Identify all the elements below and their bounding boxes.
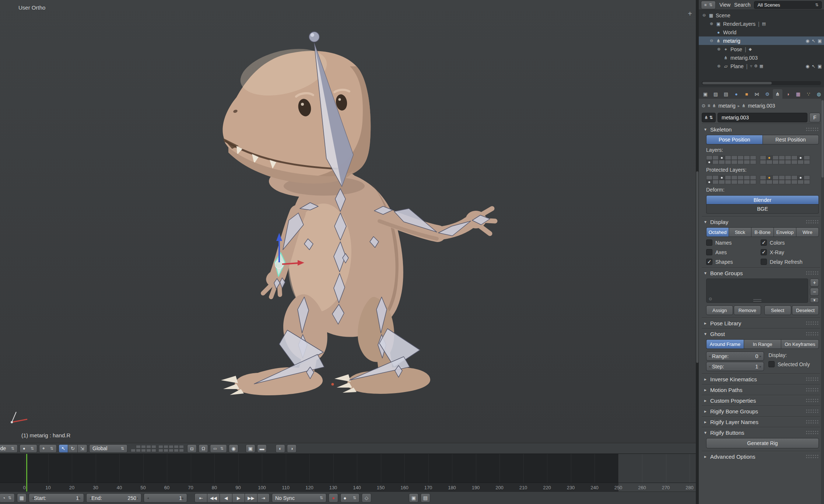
snap-target-button[interactable]: ◉: [229, 444, 238, 453]
pin-icon[interactable]: ⊙: [702, 103, 705, 108]
armature-layer-toggle[interactable]: [719, 175, 725, 180]
next-keyframe-button[interactable]: ▶▶: [245, 493, 257, 503]
panel-header[interactable]: ▼ Rigify Buttons: [702, 427, 820, 438]
panel-drag-grip[interactable]: [806, 398, 819, 403]
armature-layer-toggle[interactable]: [791, 180, 797, 184]
delay-refresh-checkbox[interactable]: Delay Refresh: [761, 259, 819, 265]
selected-only-checkbox[interactable]: Selected Only: [768, 361, 819, 367]
armature-layer-toggle[interactable]: [772, 155, 779, 160]
scene-layer-toggle[interactable]: [146, 449, 151, 452]
collapse-icon[interactable]: ⊖: [702, 13, 706, 18]
armature-layer-toggle[interactable]: [731, 160, 737, 164]
tab-modifiers[interactable]: ⚙: [762, 89, 772, 99]
checkbox[interactable]: [706, 259, 712, 265]
armature-layer-toggle[interactable]: [804, 180, 810, 184]
armature-layer-toggle[interactable]: [779, 160, 785, 164]
panel-header[interactable]: ▼ Skeleton: [702, 124, 820, 134]
breadcrumb-data[interactable]: metarig.003: [748, 103, 775, 109]
armature-layer-toggle[interactable]: [766, 175, 772, 180]
manipulator-translate-button[interactable]: ↖: [59, 444, 68, 453]
expand-icon[interactable]: ⊕: [709, 21, 714, 26]
collapse-triangle-icon[interactable]: ▼: [703, 127, 708, 132]
tab-material[interactable]: ◑: [783, 89, 793, 99]
manipulator-scale-button[interactable]: ⇲: [78, 444, 87, 453]
increment-arrow-icon[interactable]: ▸: [182, 496, 184, 500]
outliner-row-renderlayers[interactable]: ⊕ ▣ RenderLayers | ▤: [699, 20, 824, 28]
scene-layer-toggle[interactable]: [158, 445, 163, 448]
select-button[interactable]: Select: [764, 305, 791, 315]
armature-layer-toggle[interactable]: [760, 180, 766, 184]
armature-layer-toggle[interactable]: [750, 175, 756, 180]
panel-header[interactable]: ► Pose Library: [702, 318, 820, 328]
panel-header[interactable]: ► Custom Properties: [702, 395, 820, 406]
armature-layer-toggle[interactable]: [731, 155, 737, 160]
deselect-button[interactable]: Deselect: [792, 305, 819, 315]
tab-render-layers[interactable]: ▨: [711, 89, 720, 99]
tab-world[interactable]: ●: [732, 89, 741, 99]
remove-group-button[interactable]: −: [810, 288, 819, 296]
panel-drag-grip[interactable]: [806, 332, 819, 336]
timeline-editor[interactable]: 0102030405060708090100110120130140150160…: [0, 454, 696, 491]
armature-layer-toggle[interactable]: [750, 155, 756, 160]
visibility-eye-icon[interactable]: ◉: [806, 64, 809, 69]
end-frame-field[interactable]: ◂ End: 250 ▸: [86, 493, 141, 503]
armature-layer-toggle[interactable]: [779, 175, 785, 180]
names-checkbox[interactable]: Names: [706, 239, 759, 246]
selectability-arrow-icon[interactable]: ↖: [812, 64, 816, 69]
add-group-button[interactable]: +: [810, 279, 819, 287]
scrollbar-handle[interactable]: [702, 82, 772, 84]
scene-layer-toggle[interactable]: [169, 449, 173, 452]
drawtype-envelope-button[interactable]: Envelop: [774, 227, 796, 237]
armature-layer-toggle[interactable]: [719, 155, 725, 160]
filter-icon[interactable]: ⊙: [709, 297, 712, 301]
colors-checkbox[interactable]: Colors: [761, 239, 819, 246]
expand-triangle-icon[interactable]: ►: [703, 321, 708, 325]
armature-layer-toggle[interactable]: [766, 155, 772, 160]
panel-drag-grip[interactable]: [806, 454, 819, 459]
collapse-icon[interactable]: ⊖: [709, 38, 714, 43]
armature-layer-toggle[interactable]: [706, 175, 712, 180]
armature-layer-toggle[interactable]: [804, 160, 810, 164]
texture-preview-button[interactable]: ◑: [287, 444, 297, 453]
armature-layer-toggle[interactable]: [785, 160, 791, 164]
armature-layer-toggle[interactable]: [760, 160, 766, 164]
region-expand-icon[interactable]: +: [688, 10, 692, 18]
decrement-arrow-icon[interactable]: ◂: [709, 354, 711, 358]
scene-layer-toggle[interactable]: [164, 445, 168, 448]
panel-drag-grip[interactable]: [806, 420, 819, 424]
tab-object-data[interactable]: ⋔: [773, 89, 782, 99]
shading-dropdown[interactable]: ● ⇅: [20, 444, 37, 453]
shapes-checkbox[interactable]: Shapes: [706, 259, 759, 265]
view-menu-icon[interactable]: ▦: [17, 493, 27, 503]
checkbox[interactable]: [706, 249, 712, 255]
current-frame-field[interactable]: ◂ 1 ▸: [144, 493, 187, 503]
breadcrumb-object[interactable]: metarig: [718, 103, 736, 109]
scene-layer-toggle[interactable]: [169, 445, 173, 448]
orientation-dropdown[interactable]: Global ⇅: [89, 444, 127, 453]
armature-layer-toggle[interactable]: [744, 155, 750, 160]
armature-layer-toggle[interactable]: [797, 180, 804, 184]
drawtype-bbone-button[interactable]: B-Bone: [751, 227, 774, 237]
insert-keyframe-button[interactable]: ◇: [362, 493, 371, 503]
armature-layer-toggle[interactable]: [737, 175, 744, 180]
armature-layer-toggle[interactable]: [725, 180, 731, 184]
scene-layer-toggle[interactable]: [136, 445, 141, 448]
search-menu[interactable]: Search: [734, 2, 750, 8]
armature-layer-toggle[interactable]: [737, 155, 744, 160]
drawtype-wire-button[interactable]: Wire: [796, 227, 819, 237]
record-button[interactable]: ●: [329, 493, 338, 503]
ghost-around-frame-button[interactable]: Around Frame: [706, 339, 744, 349]
display-mode-dropdown[interactable]: All Scenes ⇅: [754, 1, 822, 9]
collapse-triangle-icon[interactable]: ▼: [703, 431, 708, 435]
start-frame-field[interactable]: ◂ Start: 1 ▸: [29, 493, 84, 503]
fake-user-button[interactable]: F: [809, 113, 820, 122]
scene-layer-toggle[interactable]: [174, 445, 179, 448]
outliner-row-armature-data[interactable]: ⊕ ⋔ metarig.003: [699, 53, 824, 62]
expand-triangle-icon[interactable]: ►: [703, 409, 708, 413]
armature-layer-toggle[interactable]: [737, 160, 744, 164]
pose-position-button[interactable]: Pose Position: [706, 135, 762, 144]
properties-scrollbar[interactable]: [821, 99, 824, 504]
play-button[interactable]: ▶: [232, 493, 245, 503]
armature-layer-toggle[interactable]: [772, 160, 779, 164]
armature-layer-toggle[interactable]: [706, 155, 712, 160]
